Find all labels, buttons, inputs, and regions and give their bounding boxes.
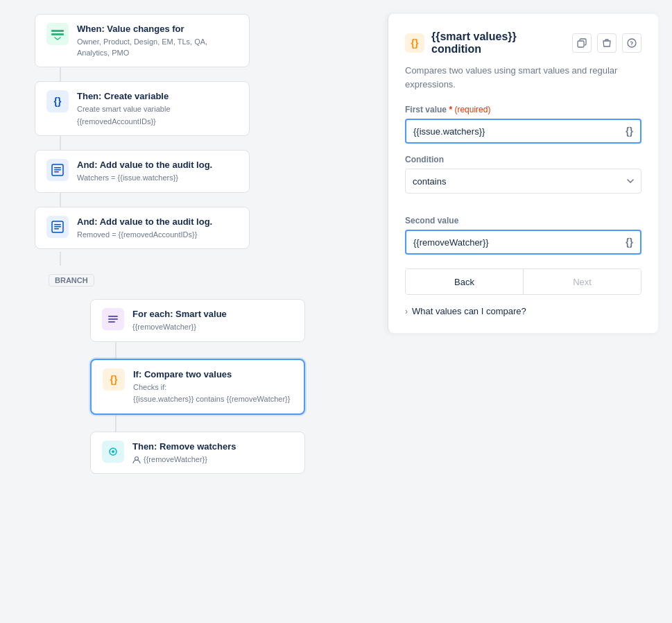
first-value-input-wrapper[interactable]: {} [405,119,641,144]
right-panel: {} {{smart values}} condition [388,14,658,333]
if-compare-sub1: Checks if: [133,382,290,393]
help-link[interactable]: › What values can I compare? [405,306,641,316]
svg-rect-9 [54,228,59,230]
help-button[interactable] [622,33,641,53]
svg-rect-7 [54,224,61,225]
svg-rect-1 [51,33,64,35]
branch-wrapper: BRANCH For each: Smart value [35,252,305,474]
first-value-curly-icon: {} [626,126,633,137]
svg-rect-3 [54,167,61,169]
audit-watchers-card[interactable]: And: Add value to the audit log. Watcher… [35,150,250,193]
audit-watchers-title: And: Add value to the audit log. [77,159,212,171]
second-value-label: Second value [405,216,641,225]
svg-rect-4 [54,169,61,171]
connector-2 [60,136,61,150]
foreach-sub: {{removeWatcher}} [132,322,227,332]
panel-header: {} {{smart values}} condition [405,31,641,56]
create-var-content: Then: Create variable Create smart value… [77,90,171,127]
svg-rect-12 [108,321,115,323]
copy-button[interactable] [572,33,592,53]
if-compare-icon: {} [103,368,125,391]
branch-connector-2 [115,415,117,432]
second-value-input[interactable] [413,237,626,248]
create-var-sub1: Create smart value variable [77,104,171,114]
pre-branch-connector [60,252,61,266]
help-link-text: What values can I compare? [412,306,526,316]
panel-title: {{smart values}} condition [431,31,565,56]
svg-rect-11 [108,318,118,320]
left-panel: When: Value changes for Owner, Product, … [0,0,374,623]
svg-rect-8 [54,226,61,228]
if-compare-card[interactable]: {} If: Compare two values Checks if: {{i… [90,359,305,415]
audit-removed-sub: Removed = {{removedAccountIDs}} [77,230,212,240]
trigger-title: When: Value changes for [77,23,238,35]
panel-icon: {} [405,33,424,53]
if-compare-title: If: Compare two values [133,368,290,381]
foreach-title: For each: Smart value [132,308,227,321]
trigger-subtitle: Owner, Product, Design, EM, TLs, QA, Ana… [77,37,238,58]
branch-section: BRANCH For each: Smart value [35,266,305,474]
create-var-icon: {} [46,90,69,112]
audit-watchers-content: And: Add value to the audit log. Watcher… [77,159,212,184]
trigger-icon [46,23,69,45]
remove-watchers-sub: {{removeWatcher}} [132,454,236,465]
first-value-input[interactable] [413,126,626,137]
audit-removed-card[interactable]: And: Add value to the audit log. Removed… [35,207,250,250]
audit-watchers-sub: Watchers = {{issue.watchers}} [77,173,212,183]
trigger-content: When: Value changes for Owner, Product, … [77,23,238,58]
svg-point-17 [628,39,636,47]
trigger-card[interactable]: When: Value changes for Owner, Product, … [35,14,250,67]
connector-3 [60,193,61,207]
create-var-title: Then: Create variable [77,90,171,103]
help-chevron-icon: › [405,307,408,316]
create-var-card[interactable]: {} Then: Create variable Create smart va… [35,81,250,136]
remove-watchers-icon [102,441,124,463]
delete-button[interactable] [597,33,617,53]
create-var-sub2: {{removedAccountIDs}} [77,117,171,127]
connector-1 [60,67,61,81]
second-value-input-wrapper[interactable]: {} [405,230,641,255]
audit-removed-content: And: Add value to the audit log. Removed… [77,216,212,241]
remove-watchers-card[interactable]: Then: Remove watchers {{removeWatcher}} [90,432,305,475]
svg-rect-16 [578,41,584,47]
svg-rect-10 [108,316,118,317]
svg-rect-5 [54,171,59,173]
audit-removed-title: And: Add value to the audit log. [77,216,212,228]
flow-container: When: Value changes for Owner, Product, … [21,14,353,474]
condition-select[interactable]: contains equals matches starts with ends… [405,169,641,194]
foreach-content: For each: Smart value {{removeWatcher}} [132,308,227,333]
svg-point-18 [631,44,632,45]
foreach-icon [102,308,124,330]
back-button[interactable]: Back [406,269,524,294]
condition-label: Condition [405,155,641,164]
panel-actions [572,33,641,53]
svg-rect-0 [51,30,64,32]
second-value-curly-icon: {} [626,237,633,248]
remove-watchers-title: Then: Remove watchers [132,441,236,453]
branch-label: BRANCH [49,274,94,287]
branch-flow: For each: Smart value {{removeWatcher}} … [76,266,305,474]
panel-description: Compares two values using smart values a… [405,64,641,91]
svg-point-14 [112,450,114,453]
foreach-card[interactable]: For each: Smart value {{removeWatcher}} [90,299,305,342]
branch-connector-1 [115,342,117,359]
remove-watchers-content: Then: Remove watchers {{removeWatcher}} [132,441,236,466]
next-button[interactable]: Next [524,269,641,294]
first-value-label: First value * (required) [405,105,641,114]
panel-buttons: Back Next [405,268,641,295]
condition-select-wrapper: contains equals matches starts with ends… [405,169,641,205]
if-compare-sub2: {{issue.watchers}} contains {{removeWatc… [133,394,290,404]
if-compare-content: If: Compare two values Checks if: {{issu… [133,368,290,405]
audit-removed-icon [46,216,69,238]
audit-watchers-icon [46,159,69,181]
